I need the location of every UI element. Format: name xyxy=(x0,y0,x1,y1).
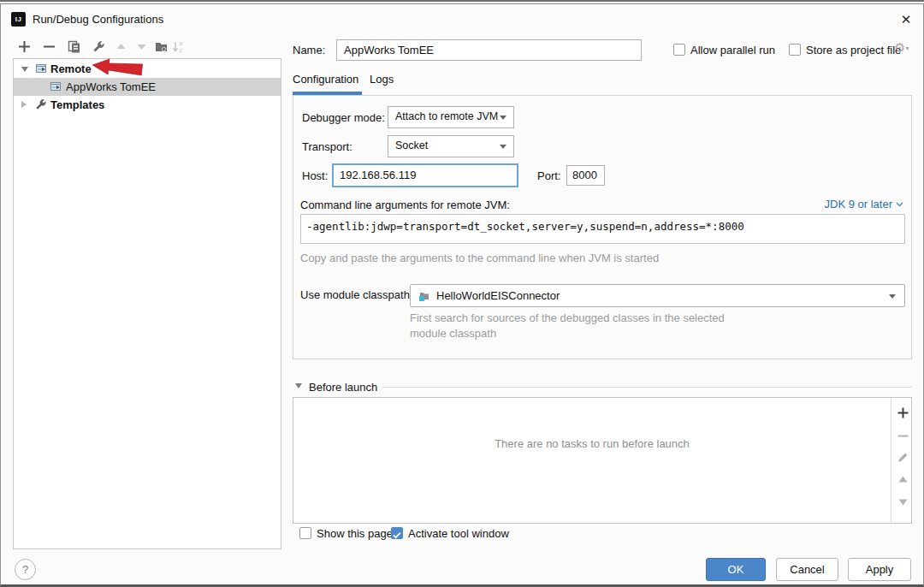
port-input[interactable]: 8000 xyxy=(566,165,605,186)
remove-task-icon xyxy=(897,430,909,442)
module-classpath-dropdown[interactable]: HelloWorldEISConnector xyxy=(410,284,905,307)
before-launch-panel: There are no tasks to run before launch xyxy=(293,397,912,524)
wrench-icon[interactable] xyxy=(92,39,106,54)
host-input[interactable]: 192.168.56.119 xyxy=(332,163,518,187)
transport-label: Transport: xyxy=(302,140,352,153)
window-title: Run/Debug Configurations xyxy=(33,13,163,26)
module-icon xyxy=(418,289,431,306)
chevron-down-icon xyxy=(500,116,506,120)
cmdline-args-box[interactable]: -agentlib:jdwp=transport=dt_socket,serve… xyxy=(300,214,905,244)
before-launch-collapse-icon[interactable] xyxy=(295,383,302,388)
screen: IJ Run/Debug Configurations ✕ xyxy=(0,0,924,587)
classpath-hint-line2: module classpath xyxy=(410,327,496,340)
move-down-icon xyxy=(134,39,149,54)
move-up-icon xyxy=(114,39,128,54)
tree-item-label: Templates xyxy=(50,98,104,111)
collapse-triangle-icon[interactable] xyxy=(21,101,27,108)
allow-parallel-run-checkbox[interactable] xyxy=(673,44,685,56)
debugger-mode-value: Attach to remote JVM xyxy=(395,110,498,122)
port-label: Port: xyxy=(537,169,560,182)
run-debug-configurations-dialog: IJ Run/Debug Configurations ✕ xyxy=(0,3,924,587)
copy-icon[interactable] xyxy=(67,39,81,54)
tree-item-templates[interactable]: Templates xyxy=(14,96,281,114)
edit-task-pencil-icon xyxy=(897,451,909,464)
move-task-up-icon xyxy=(897,473,909,486)
tab-configuration[interactable]: Configuration xyxy=(293,73,358,86)
add-task-icon[interactable] xyxy=(897,406,909,419)
ok-button[interactable]: OK xyxy=(706,558,766,581)
close-icon[interactable]: ✕ xyxy=(894,9,918,30)
add-icon[interactable] xyxy=(17,39,32,54)
new-folder-icon[interactable] xyxy=(154,39,169,54)
gear-icon[interactable]: ⚙▾ xyxy=(894,40,909,56)
svg-text:z: z xyxy=(180,47,183,53)
help-button[interactable]: ? xyxy=(15,559,36,580)
before-launch-toolbar-divider xyxy=(891,398,891,523)
remote-config-icon xyxy=(34,62,48,75)
classpath-hint-line1: First search for sources of the debugged… xyxy=(410,311,725,324)
name-label: Name: xyxy=(293,44,325,56)
chevron-down-icon xyxy=(896,202,903,207)
before-launch-empty-text: There are no tasks to run before launch xyxy=(293,437,891,450)
cmdline-args-value: -agentlib:jdwp=transport=dt_socket,serve… xyxy=(306,220,744,233)
name-input[interactable]: AppWorks TomEE xyxy=(336,39,642,61)
checkmark-icon xyxy=(392,530,402,540)
sort-alphabetically-icon: a z xyxy=(171,39,186,54)
transport-value: Socket xyxy=(395,139,428,151)
show-this-page-checkbox[interactable] xyxy=(299,527,311,539)
before-launch-divider xyxy=(382,387,912,388)
jdk-version-link[interactable]: JDK 9 or later xyxy=(825,198,903,210)
tree-item-label: Remote xyxy=(50,62,92,75)
intellij-logo-icon: IJ xyxy=(11,12,26,27)
cmdline-hint: Copy and paste the arguments to the comm… xyxy=(300,252,659,264)
tree-item-label: AppWorks TomEE xyxy=(66,80,156,93)
apply-button[interactable]: Apply xyxy=(848,558,911,581)
activate-tool-window-label: Activate tool window xyxy=(408,527,509,540)
expand-triangle-icon[interactable] xyxy=(21,67,28,72)
host-label: Host: xyxy=(302,169,328,182)
transport-dropdown[interactable]: Socket xyxy=(388,135,514,157)
templates-wrench-icon xyxy=(34,98,48,111)
remove-icon[interactable] xyxy=(42,39,56,54)
show-this-page-label: Show this page xyxy=(317,527,393,540)
chevron-down-icon xyxy=(889,294,896,299)
module-classpath-value: HelloWorldEISConnector xyxy=(436,289,560,302)
cmdline-args-label: Command line arguments for remote JVM: xyxy=(300,199,510,211)
debugger-mode-dropdown[interactable]: Attach to remote JVM xyxy=(388,106,514,128)
store-as-project-file-checkbox[interactable] xyxy=(789,44,801,56)
activate-tool-window-checkbox[interactable] xyxy=(391,527,403,539)
jdk-version-label: JDK 9 or later xyxy=(825,198,892,210)
debugger-mode-label: Debugger mode: xyxy=(302,111,385,124)
svg-text:a: a xyxy=(180,40,183,46)
tree-item-appworks-tomee-selected[interactable]: AppWorks TomEE xyxy=(14,78,281,96)
store-as-project-file-label: Store as project file xyxy=(806,44,901,56)
remote-config-icon xyxy=(49,80,62,93)
tab-logs[interactable]: Logs xyxy=(370,73,394,86)
chevron-down-icon xyxy=(500,145,506,149)
configurations-tree: Remote AppWorks TomEE Templates xyxy=(13,58,281,549)
allow-parallel-run-label: Allow parallel run xyxy=(690,44,775,56)
module-classpath-label: Use module classpath: xyxy=(300,288,413,301)
move-task-down-icon xyxy=(897,495,909,508)
tree-item-remote[interactable]: Remote xyxy=(14,60,281,78)
before-launch-title: Before launch xyxy=(309,381,377,394)
cancel-button[interactable]: Cancel xyxy=(776,558,838,581)
